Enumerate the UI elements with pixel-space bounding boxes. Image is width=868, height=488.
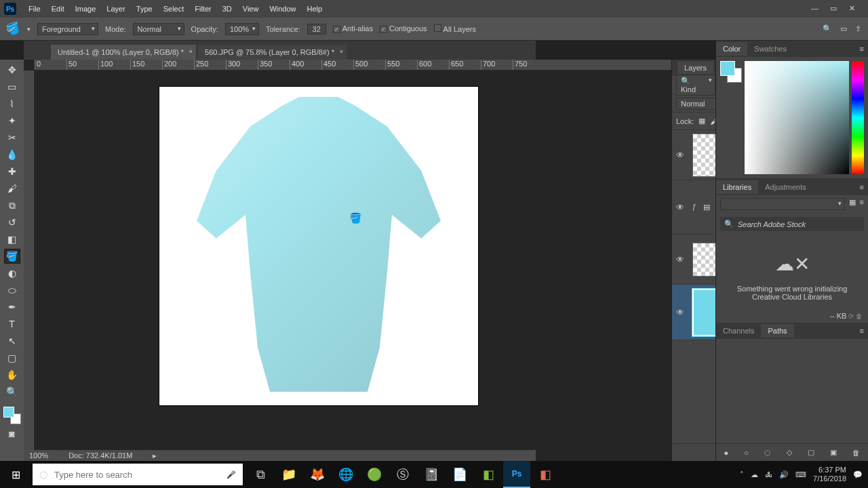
library-search[interactable]: 🔍 Search Adobe Stock: [720, 217, 864, 231]
color-swatches[interactable]: [720, 61, 742, 83]
menu-window[interactable]: Window: [264, 5, 301, 13]
camtasia-icon[interactable]: ◧: [475, 461, 502, 488]
dodge-tool[interactable]: ⬭: [4, 283, 20, 298]
stroke-path-icon[interactable]: ○: [744, 449, 749, 457]
chevron-down-icon[interactable]: ▾: [27, 26, 31, 33]
delete-path-icon[interactable]: 🗑: [852, 449, 860, 457]
onedrive-icon[interactable]: ☁: [751, 470, 758, 479]
panel-menu-icon[interactable]: ≡: [856, 327, 868, 335]
path-select-tool[interactable]: ↖: [4, 333, 20, 348]
doc-size[interactable]: Doc: 732.4K/1.01M: [68, 451, 132, 460]
visibility-icon[interactable]: 👁: [676, 150, 686, 160]
layers-tab[interactable]: Layers: [677, 62, 713, 74]
brush-tool[interactable]: 🖌: [4, 181, 20, 196]
mask-path-icon[interactable]: ▢: [808, 448, 814, 457]
color-field[interactable]: [745, 61, 849, 174]
panel-menu-icon[interactable]: ≡: [856, 45, 868, 53]
eraser-tool[interactable]: ◧: [4, 232, 20, 247]
photoshop-taskbar-icon[interactable]: Ps: [503, 461, 530, 488]
visibility-icon[interactable]: 👁: [676, 308, 686, 317]
lasso-tool[interactable]: ⌇: [4, 96, 20, 111]
move-tool[interactable]: ✥: [4, 62, 20, 77]
library-select[interactable]: [720, 198, 845, 210]
hand-tool[interactable]: ✋: [4, 367, 20, 382]
pen-tool[interactable]: ✒: [4, 300, 20, 314]
notifications-icon[interactable]: 💬: [853, 470, 863, 479]
color-tab[interactable]: Color: [716, 42, 747, 56]
task-view-icon[interactable]: ⧉: [247, 461, 274, 488]
minimize-icon[interactable]: —: [811, 4, 821, 14]
blend-mode-select[interactable]: Normal: [133, 23, 184, 35]
language-icon[interactable]: ⌨: [795, 470, 806, 479]
tray-chevron-icon[interactable]: ˄: [740, 470, 744, 479]
all-layers-checkbox[interactable]: All Layers: [434, 24, 476, 33]
menu-3d[interactable]: 3D: [217, 5, 237, 13]
antialias-checkbox[interactable]: ✓Anti-alias: [333, 24, 373, 33]
contiguous-checkbox[interactable]: ✓Contiguous: [380, 24, 427, 33]
marquee-tool[interactable]: ▭: [4, 79, 20, 94]
taskbar-search[interactable]: ◯ 🎤: [33, 464, 243, 485]
document-tab[interactable]: Untitled-1 @ 100% (Layer 0, RGB/8) *×: [51, 45, 196, 60]
swatches-tab[interactable]: Swatches: [747, 42, 793, 56]
paths-tab[interactable]: Paths: [761, 324, 793, 338]
share-icon[interactable]: ⇪: [855, 24, 861, 33]
fill-source-select[interactable]: Foreground: [37, 23, 98, 35]
new-path-icon[interactable]: ▣: [830, 448, 837, 457]
volume-icon[interactable]: 🔊: [779, 470, 789, 479]
menu-file[interactable]: File: [23, 5, 46, 13]
network-icon[interactable]: 🖧: [765, 470, 772, 479]
explorer-icon[interactable]: 📁: [275, 461, 302, 488]
grid-view-icon[interactable]: ▦: [849, 198, 856, 210]
recorder-icon[interactable]: ◧: [532, 461, 559, 488]
close-tab-icon[interactable]: ×: [340, 48, 343, 55]
close-tab-icon[interactable]: ×: [189, 48, 193, 55]
menu-help[interactable]: Help: [302, 5, 328, 13]
canvas-area[interactable]: 0501001502002503003504004505005506006507…: [24, 60, 671, 461]
search-input[interactable]: [54, 470, 220, 480]
visibility-icon[interactable]: 👁: [676, 255, 686, 264]
panel-menu-icon[interactable]: ≡: [856, 183, 868, 191]
notepad-icon[interactable]: 📄: [446, 461, 473, 488]
menu-type[interactable]: Type: [131, 5, 158, 13]
opacity-select[interactable]: 100%: [225, 23, 259, 35]
maximize-icon[interactable]: ▭: [830, 4, 840, 14]
foreground-swatch[interactable]: [3, 407, 14, 418]
menu-image[interactable]: Image: [70, 5, 102, 13]
selection-path-icon[interactable]: ◌: [764, 448, 771, 457]
stamp-tool[interactable]: ⧉: [4, 198, 20, 213]
color-swatches[interactable]: [3, 407, 21, 424]
crop-tool[interactable]: ✂: [4, 130, 20, 145]
zoom-tool[interactable]: 🔍: [4, 384, 20, 399]
history-brush-tool[interactable]: ↺: [4, 215, 20, 230]
hue-slider[interactable]: [852, 61, 864, 174]
document-canvas[interactable]: 🪣: [159, 87, 478, 405]
eyedropper-tool[interactable]: 💧: [4, 147, 20, 162]
firefox-icon[interactable]: 🦊: [304, 461, 331, 488]
libraries-tab[interactable]: Libraries: [716, 180, 758, 194]
adjustments-tab[interactable]: Adjustments: [758, 180, 813, 194]
document-tab[interactable]: 560.JPG @ 75.8% (Layer 0, RGB/8#) *×: [198, 45, 347, 60]
blur-tool[interactable]: ◐: [4, 266, 20, 281]
quickmask-tool[interactable]: ◙: [4, 426, 20, 441]
shape-tool[interactable]: ▢: [4, 350, 20, 365]
list-view-icon[interactable]: ≡: [860, 198, 864, 210]
lock-trans-icon[interactable]: ▦: [698, 117, 705, 125]
status-arrow-icon[interactable]: ▸: [153, 451, 157, 460]
utorrent-icon[interactable]: 🟢: [361, 461, 388, 488]
tolerance-input[interactable]: 32: [307, 24, 326, 35]
start-button[interactable]: ⊞: [0, 461, 31, 488]
search-icon[interactable]: 🔍: [823, 24, 832, 33]
visibility-icon[interactable]: 👁: [676, 203, 686, 212]
channels-tab[interactable]: Channels: [716, 324, 761, 338]
app-icon[interactable]: 📓: [418, 461, 445, 488]
workspace-icon[interactable]: ▭: [840, 24, 847, 33]
menu-edit[interactable]: Edit: [46, 5, 70, 13]
chrome-icon[interactable]: 🌐: [332, 461, 359, 488]
menu-view[interactable]: View: [237, 5, 264, 13]
menu-layer[interactable]: Layer: [101, 5, 131, 13]
skype-icon[interactable]: Ⓢ: [389, 461, 416, 488]
fill-path-icon[interactable]: ●: [724, 449, 729, 457]
make-path-icon[interactable]: ◇: [787, 448, 792, 457]
mic-icon[interactable]: 🎤: [226, 470, 236, 479]
close-icon[interactable]: ✕: [849, 4, 859, 14]
